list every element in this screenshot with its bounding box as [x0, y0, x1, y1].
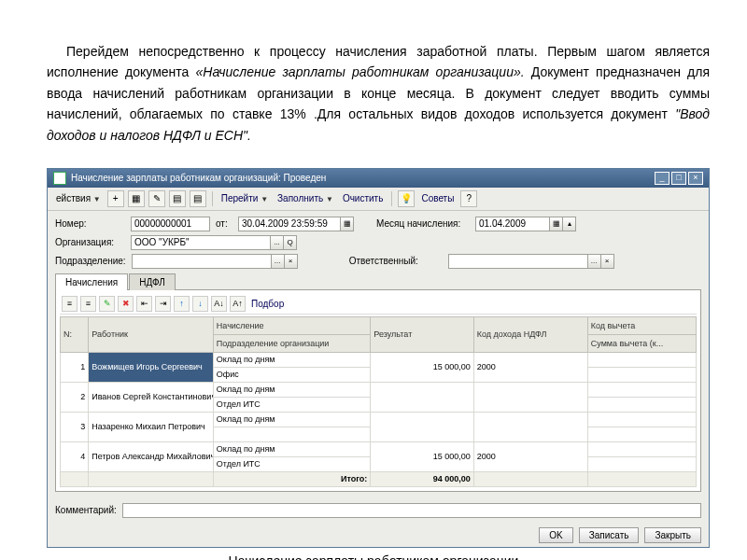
date-picker-button[interactable]: ▦	[341, 217, 354, 231]
comment-row: Комментарий:	[48, 497, 709, 524]
number-input[interactable]: 00000000001	[131, 217, 210, 231]
dept-select-button[interactable]: ...	[272, 254, 285, 269]
comment-input[interactable]	[122, 503, 701, 518]
col-dept-sub: Подразделение организации	[213, 334, 371, 352]
tool-icon-3[interactable]: ▤	[169, 190, 186, 207]
resp-label: Ответственный:	[349, 256, 443, 266]
podbor-button[interactable]: Подбор	[248, 299, 287, 309]
grid-sort-icon[interactable]: A↓	[211, 296, 227, 312]
dialog-buttons: OK Записать Закрыть	[48, 524, 709, 547]
col-employee: Работник	[89, 316, 214, 352]
number-label: Номер:	[55, 218, 125, 229]
tab-pane: ≡ ≡ ✎ ✖ ⇤ ⇥ ↑ ↓ A↓ A↑ Подбор N:	[55, 289, 701, 492]
grid-sort2-icon[interactable]: A↑	[230, 296, 246, 312]
col-num: N:	[61, 316, 89, 352]
org-open-button[interactable]: Q	[284, 235, 297, 250]
comment-label: Комментарий:	[55, 505, 117, 515]
grid-delete-icon[interactable]: ✖	[118, 296, 134, 312]
col-accrual: Начисление	[213, 316, 371, 334]
grid-down-icon[interactable]: ↓	[192, 296, 208, 312]
intro-doc-name: «Начисление зарплаты работникам организа…	[196, 64, 525, 79]
grid-edit-icon[interactable]: ✎	[99, 296, 115, 312]
minimize-button[interactable]: _	[655, 172, 669, 185]
form-area: Номер: 00000000001 от: 30.04.2009 23:59:…	[48, 211, 709, 497]
tab-strip: Начисления НДФЛ	[55, 273, 701, 289]
close-button[interactable]: ×	[688, 172, 703, 185]
dept-clear-button[interactable]: ×	[285, 254, 298, 269]
date-label: от:	[216, 218, 233, 229]
table-row: 4 Петров Александр Михайлович Оклад по д…	[61, 441, 697, 456]
tab-accruals[interactable]: Начисления	[55, 273, 128, 290]
col-deduct: Код вычета	[587, 316, 696, 334]
dept-input[interactable]	[132, 254, 272, 269]
grid-up-icon[interactable]: ↑	[174, 296, 190, 312]
table-row: 3 Назаренко Михаил Петрович Оклад по дня…	[61, 412, 697, 427]
tab-ndfl[interactable]: НДФЛ	[129, 273, 176, 290]
table-row: 2 Иванов Сергей Константинович Оклад по …	[61, 382, 697, 397]
window-icon	[53, 172, 66, 185]
grid-add-icon[interactable]: ≡	[62, 296, 78, 312]
resp-input[interactable]	[448, 254, 588, 269]
clear-button[interactable]: Очистить	[340, 193, 387, 203]
accrual-grid[interactable]: N: Работник Начисление Результат Код дох…	[60, 316, 697, 487]
org-input[interactable]: ООО "УКРБ"	[131, 235, 271, 250]
grid-add-copy-icon[interactable]: ≡	[80, 296, 96, 312]
grid-last-icon[interactable]: ⇥	[155, 296, 171, 312]
actions-menu[interactable]: ействия ▼	[53, 193, 104, 203]
close-dialog-button[interactable]: Закрыть	[644, 527, 701, 543]
resp-clear-button[interactable]: ×	[601, 254, 614, 269]
resp-select-button[interactable]: ...	[588, 254, 601, 269]
tips-icon[interactable]: 💡	[398, 190, 415, 207]
app-window: Начисление зарплаты работникам организац…	[47, 168, 710, 548]
help-icon[interactable]: ?	[460, 190, 477, 207]
org-select-button[interactable]: ...	[271, 235, 284, 250]
intro-paragraph: Перейдем непосредственно к процессу начи…	[0, 0, 747, 168]
month-spinner[interactable]: ▦	[550, 217, 563, 231]
grid-toolbar: ≡ ≡ ✎ ✖ ⇤ ⇥ ↑ ↓ A↓ A↑ Подбор	[60, 294, 697, 315]
tool-icon-1[interactable]: ▦	[128, 190, 145, 207]
fill-menu[interactable]: Заполнить ▼	[275, 193, 336, 203]
tool-icon-2[interactable]: ✎	[148, 190, 165, 207]
total-row: Итого: 94 000,00	[61, 471, 697, 486]
col-result: Результат	[371, 316, 473, 352]
table-row: 1 Вожмищев Игорь Сергеевич Оклад по дням…	[61, 352, 697, 367]
main-toolbar: ействия ▼ + ▦ ✎ ▤ ▤ Перейти ▼ Заполнить …	[48, 188, 709, 211]
date-input[interactable]: 30.04.2009 23:59:59	[238, 217, 341, 231]
figure-caption: Начисление зарплаты работникам организац…	[0, 553, 747, 560]
maximize-button[interactable]: □	[671, 172, 686, 185]
col-ndfl: Код дохода НДФЛ	[473, 316, 587, 352]
save-button[interactable]: Записать	[579, 527, 640, 543]
month-input[interactable]: 01.04.2009	[475, 217, 550, 231]
total-label: Итого:	[213, 471, 371, 486]
month-spinner-2[interactable]: ▴	[563, 217, 576, 231]
grid-first-icon[interactable]: ⇤	[136, 296, 152, 312]
org-label: Организация:	[55, 237, 125, 247]
add-icon[interactable]: +	[107, 190, 124, 207]
ok-button[interactable]: OK	[539, 527, 572, 543]
col-deduct-sum: Сумма вычета (к...	[587, 334, 696, 352]
tool-icon-4[interactable]: ▤	[190, 190, 206, 207]
goto-menu[interactable]: Перейти ▼	[218, 193, 271, 203]
window-title: Начисление зарплаты работникам организац…	[71, 173, 326, 183]
total-value: 94 000,00	[371, 471, 473, 486]
titlebar: Начисление зарплаты работникам организац…	[48, 169, 709, 188]
month-label: Месяц начисления:	[376, 218, 470, 229]
tips-button[interactable]: Советы	[418, 193, 457, 203]
dept-label: Подразделение:	[55, 256, 126, 266]
